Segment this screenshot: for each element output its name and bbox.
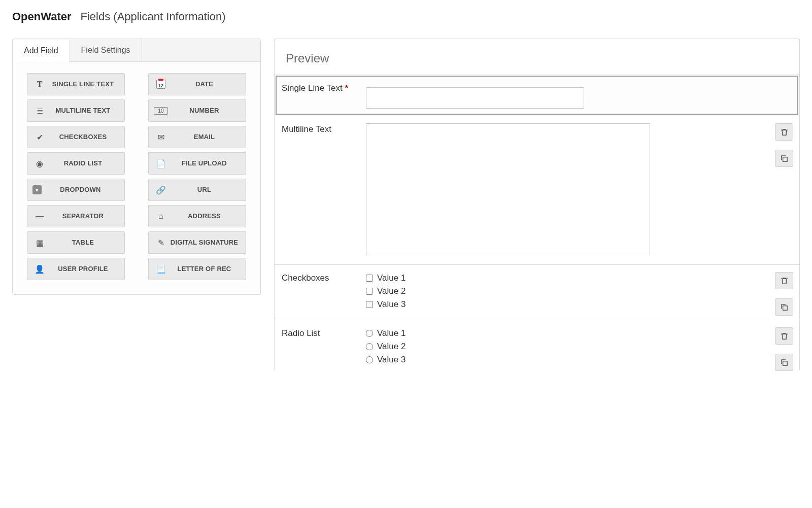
field-type-separator[interactable]: — SEPARATOR bbox=[27, 205, 125, 227]
field-type-multiline-text[interactable]: ≣ MULTILINE TEXT bbox=[27, 99, 125, 122]
field-type-date[interactable]: 12 DATE bbox=[148, 73, 246, 95]
field-type-label: TABLE bbox=[47, 239, 119, 246]
duplicate-button[interactable] bbox=[775, 298, 793, 316]
field-type-file-upload[interactable]: 📄 FILE UPLOAD bbox=[148, 152, 246, 175]
separator-icon: — bbox=[32, 212, 47, 221]
dropdown-icon: ▾ bbox=[32, 185, 42, 194]
preview-field-single-line[interactable]: Single Line Text * bbox=[275, 75, 799, 116]
svg-rect-1 bbox=[783, 306, 787, 310]
field-label-text: Single Line Text bbox=[282, 83, 343, 93]
page-header: OpenWater Fields (Applicant Information) bbox=[12, 10, 800, 23]
field-type-single-line-text[interactable]: T SINGLE LINE TEXT bbox=[27, 73, 125, 95]
field-type-grid: T SINGLE LINE TEXT 12 DATE ≣ MULTILINE T… bbox=[13, 62, 260, 294]
radio-option[interactable]: Value 3 bbox=[366, 355, 764, 365]
calendar-icon: 12 bbox=[154, 80, 168, 89]
field-label: Radio List bbox=[282, 327, 363, 368]
radio-input[interactable] bbox=[366, 330, 373, 337]
home-icon: ⌂ bbox=[154, 212, 168, 221]
option-label: Value 2 bbox=[377, 286, 405, 296]
field-type-radio-list[interactable]: ◉ RADIO LIST bbox=[27, 152, 125, 175]
checkbox-option[interactable]: Value 2 bbox=[366, 286, 764, 296]
svg-rect-2 bbox=[783, 361, 787, 365]
duplicate-button[interactable] bbox=[775, 354, 793, 371]
option-label: Value 1 bbox=[377, 328, 405, 338]
field-type-label: DIGITAL SIGNATURE bbox=[168, 239, 241, 246]
field-type-label: FILE UPLOAD bbox=[168, 160, 241, 167]
field-type-table[interactable]: ▦ TABLE bbox=[27, 231, 125, 254]
field-type-letter-of-rec[interactable]: 📃 LETTER OF REC bbox=[148, 258, 246, 280]
copy-icon bbox=[780, 154, 789, 163]
delete-button[interactable] bbox=[775, 327, 793, 345]
delete-button[interactable] bbox=[775, 123, 793, 141]
trash-icon bbox=[780, 277, 789, 285]
tab-add-field[interactable]: Add Field bbox=[13, 40, 70, 62]
field-label: Checkboxes bbox=[282, 272, 363, 313]
multiline-icon: ≣ bbox=[32, 106, 47, 116]
radio-option[interactable]: Value 1 bbox=[366, 328, 764, 338]
field-type-user-profile[interactable]: 👤 USER PROFILE bbox=[27, 258, 125, 280]
delete-button[interactable] bbox=[775, 272, 793, 289]
field-type-label: RADIO LIST bbox=[47, 160, 119, 167]
trash-icon bbox=[780, 128, 789, 137]
option-label: Value 1 bbox=[377, 273, 405, 283]
checkbox-option[interactable]: Value 1 bbox=[366, 273, 764, 283]
checkbox-option[interactable]: Value 3 bbox=[366, 299, 764, 310]
option-label: Value 3 bbox=[377, 299, 405, 310]
checkbox-input[interactable] bbox=[366, 275, 373, 282]
pencil-icon: ✎ bbox=[154, 238, 168, 248]
copy-icon bbox=[780, 303, 789, 312]
svg-rect-0 bbox=[783, 157, 787, 161]
field-type-number[interactable]: 10 NUMBER bbox=[148, 99, 246, 122]
radio-icon: ◉ bbox=[32, 159, 47, 168]
trash-icon bbox=[780, 332, 789, 341]
field-type-label: LETTER OF REC bbox=[168, 265, 241, 273]
field-type-address[interactable]: ⌂ ADDRESS bbox=[148, 205, 246, 227]
field-type-label: NUMBER bbox=[168, 107, 241, 114]
field-type-label: CHECKBOXES bbox=[47, 133, 119, 141]
field-type-label: ADDRESS bbox=[168, 213, 241, 220]
required-mark: * bbox=[345, 83, 348, 93]
tab-field-settings[interactable]: Field Settings bbox=[70, 39, 142, 61]
copy-icon bbox=[780, 358, 789, 367]
text-icon: T bbox=[32, 80, 47, 89]
field-type-label: URL bbox=[168, 186, 241, 193]
number-icon: 10 bbox=[154, 107, 168, 115]
field-type-email[interactable]: ✉ EMAIL bbox=[148, 126, 246, 148]
field-type-label: DATE bbox=[168, 81, 241, 88]
field-type-url[interactable]: 🔗 URL bbox=[148, 179, 246, 201]
field-type-checkboxes[interactable]: ✔ CHECKBOXES bbox=[27, 126, 125, 148]
multiline-input[interactable] bbox=[366, 123, 650, 255]
preview-panel: Preview Single Line Text * Multiline Tex… bbox=[274, 39, 800, 371]
option-label: Value 3 bbox=[377, 355, 405, 365]
field-palette-panel: Add Field Field Settings T SINGLE LINE T… bbox=[12, 39, 261, 295]
radio-input[interactable] bbox=[366, 356, 373, 363]
document-icon: 📃 bbox=[154, 264, 168, 274]
field-type-label: EMAIL bbox=[168, 133, 241, 141]
preview-title: Preview bbox=[275, 39, 799, 75]
envelope-icon: ✉ bbox=[154, 132, 168, 142]
file-upload-icon: 📄 bbox=[154, 159, 168, 168]
duplicate-button[interactable] bbox=[775, 150, 793, 167]
radio-option[interactable]: Value 2 bbox=[366, 342, 764, 352]
field-type-dropdown[interactable]: ▾ DROPDOWN bbox=[27, 179, 125, 201]
page-title: Fields (Applicant Information) bbox=[81, 10, 226, 23]
table-icon: ▦ bbox=[32, 238, 47, 248]
palette-tabs: Add Field Field Settings bbox=[13, 39, 260, 62]
preview-field-multiline[interactable]: Multiline Text bbox=[275, 116, 799, 264]
field-type-label: USER PROFILE bbox=[47, 265, 119, 273]
checkbox-input[interactable] bbox=[366, 301, 373, 308]
field-type-label: MULTILINE TEXT bbox=[47, 107, 119, 114]
brand: OpenWater bbox=[12, 10, 72, 23]
field-type-label: SINGLE LINE TEXT bbox=[47, 81, 119, 88]
field-type-digital-signature[interactable]: ✎ DIGITAL SIGNATURE bbox=[148, 231, 246, 254]
radio-input[interactable] bbox=[366, 343, 373, 350]
preview-field-radio-list[interactable]: Radio List Value 1 Value 2 Value 3 bbox=[275, 320, 799, 371]
preview-field-checkboxes[interactable]: Checkboxes Value 1 Value 2 Value 3 bbox=[275, 264, 799, 320]
checkbox-input[interactable] bbox=[366, 288, 373, 295]
link-icon: 🔗 bbox=[154, 185, 168, 195]
field-type-label: DROPDOWN bbox=[42, 186, 119, 193]
option-label: Value 2 bbox=[377, 342, 405, 352]
checkbox-icon: ✔ bbox=[32, 132, 47, 142]
single-line-input[interactable] bbox=[366, 87, 584, 109]
field-type-label: SEPARATOR bbox=[47, 213, 119, 220]
